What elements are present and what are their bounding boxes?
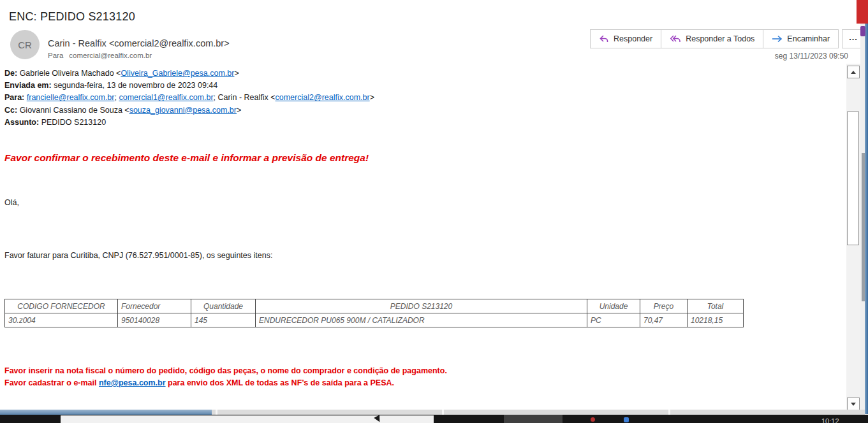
header-line-assunto: Assunto: PEDIDO S213120 bbox=[4, 117, 374, 129]
email-link[interactable]: souza_giovanni@pesa.com.br bbox=[129, 106, 237, 115]
forward-label: Encaminhar bbox=[787, 34, 830, 43]
taskbar-app-button[interactable] bbox=[504, 415, 563, 423]
cell-unidade: PC bbox=[587, 313, 640, 327]
sender-name[interactable]: Carin - Realfix <comercial2@realfix.com.… bbox=[48, 38, 230, 48]
outlook-message-window: ENC: PEDIDO S213120 CR Carin - Realfix <… bbox=[0, 0, 868, 423]
scrollbar-divider bbox=[442, 410, 444, 415]
horizontal-scrollbar[interactable] bbox=[0, 410, 865, 415]
reply-all-label: Responder a Todos bbox=[686, 34, 754, 43]
reply-label: Responder bbox=[614, 34, 652, 43]
ellipsis-icon: ... bbox=[849, 32, 858, 42]
header-line-enviada: Enviada em: segunda-feira, 13 de novembr… bbox=[4, 80, 374, 92]
triangle-down-icon bbox=[851, 403, 856, 406]
horizontal-scrollbar-thumb[interactable] bbox=[0, 410, 212, 415]
col-unidade: Unidade bbox=[587, 299, 640, 313]
message-actions: Responder Responder a Todos Encaminhar bbox=[590, 29, 865, 48]
taskbar-clock[interactable]: 10:12 bbox=[821, 417, 839, 423]
col-total: Total bbox=[688, 299, 744, 313]
to-address[interactable]: comercial@realfix.com.br bbox=[69, 52, 152, 59]
col-pedido: PEDIDO S213120 bbox=[256, 299, 587, 313]
taskbar-red-icon[interactable] bbox=[591, 417, 595, 422]
text-segment: ; Carin - Realfix < bbox=[214, 93, 276, 102]
window-border-blue bbox=[865, 0, 868, 414]
text-segment: Enviada em: bbox=[4, 81, 54, 90]
scroll-down-button[interactable] bbox=[847, 398, 860, 410]
col-preco: Preço bbox=[640, 299, 688, 313]
header-line-cc: Cc: Giovanni Cassiano de Souza <souza_gi… bbox=[4, 104, 374, 117]
header-line-de: De: Gabriele Oliveira Machado <Oliveira_… bbox=[4, 68, 374, 80]
email-link[interactable]: comercial1@realfix.com.br bbox=[119, 93, 213, 102]
cell-codigo-fornecedor: 30.z004 bbox=[5, 313, 118, 327]
sender-avatar[interactable]: CR bbox=[10, 30, 40, 59]
vertical-scrollbar[interactable] bbox=[846, 64, 860, 412]
cell-preco: 70,47 bbox=[640, 313, 688, 327]
forward-button[interactable]: Encaminhar bbox=[763, 29, 839, 48]
email-link[interactable]: nfe@pesa.com.br bbox=[99, 378, 166, 387]
scroll-up-button[interactable] bbox=[847, 66, 860, 78]
cell-pedido-descricao: ENDURECEDOR PU065 900M / CATALIZADOR bbox=[256, 313, 587, 327]
background-close-button[interactable] bbox=[857, 0, 868, 24]
order-table-header-row: CODIGO FORNECEDOR Fornecedor Quantidade … bbox=[5, 299, 744, 313]
footer-notes: Favor inserir na nota fiscal o número do… bbox=[4, 365, 447, 389]
billing-instruction: Favor faturar para Curitiba, CNPJ (76.52… bbox=[4, 251, 272, 260]
vertical-scrollbar-thumb[interactable] bbox=[847, 111, 859, 245]
text-segment: > bbox=[237, 106, 241, 115]
scrollbar-divider bbox=[668, 410, 670, 415]
cell-total: 10218,15 bbox=[688, 313, 744, 327]
order-table: CODIGO FORNECEDOR Fornecedor Quantidade … bbox=[4, 299, 744, 327]
text-segment: segunda-feira, 13 de novembro de 2023 09… bbox=[54, 81, 217, 90]
background-icon-fragment bbox=[860, 26, 865, 36]
text-segment: > bbox=[370, 93, 374, 102]
footer-note-2: Favor cadastrar o e-mail nfe@pesa.com.br… bbox=[4, 377, 447, 389]
text-segment: PEDIDO S213120 bbox=[41, 118, 106, 127]
reply-icon bbox=[599, 34, 609, 43]
col-codigo-fornecedor: CODIGO FORNECEDOR bbox=[5, 299, 118, 313]
text-segment: Gabriele Oliveira Machado < bbox=[20, 69, 121, 78]
footer-note-1: Favor inserir na nota fiscal o número do… bbox=[4, 365, 447, 377]
taskbar-blue-icon[interactable] bbox=[624, 417, 629, 422]
taskbar: 10:12 bbox=[0, 415, 868, 423]
to-label: Para bbox=[48, 52, 63, 59]
recipient-line: Paracomercial@realfix.com.br bbox=[48, 52, 152, 59]
greeting-text: Olá, bbox=[4, 198, 19, 207]
header-line-para: Para: francielle@realfix.com.br; comerci… bbox=[4, 92, 374, 104]
cell-quantidade: 145 bbox=[191, 313, 256, 327]
email-headers: De: Gabriele Oliveira Machado <Oliveira_… bbox=[4, 68, 374, 129]
received-timestamp: seg 13/11/2023 09:50 bbox=[775, 52, 848, 61]
email-link[interactable]: francielle@realfix.com.br bbox=[27, 93, 115, 102]
email-link[interactable]: comercial2@realfix.com.br bbox=[276, 93, 370, 102]
reply-all-button[interactable]: Responder a Todos bbox=[661, 29, 763, 48]
cell-fornecedor: 950140028 bbox=[118, 313, 191, 327]
message-subject: ENC: PEDIDO S213120 bbox=[9, 10, 135, 24]
text-segment: Giovanni Cassiano de Souza < bbox=[20, 106, 129, 115]
text-segment: > bbox=[234, 69, 239, 78]
text-segment: Para: bbox=[4, 93, 27, 102]
scrollbar-divider bbox=[216, 410, 217, 415]
text-segment: Assunto: bbox=[4, 118, 41, 127]
text-segment: Cc: bbox=[4, 106, 20, 115]
order-table-row: 30.z004 950140028 145 ENDURECEDOR PU065 … bbox=[5, 313, 744, 327]
email-link[interactable]: Oliveira_Gabriele@pesa.com.br bbox=[121, 69, 234, 78]
reply-button[interactable]: Responder bbox=[590, 29, 661, 48]
text-segment: Favor cadastrar o e-mail bbox=[4, 378, 99, 387]
text-segment: para envio dos XML de todas as NF’s de s… bbox=[166, 378, 394, 387]
avatar-initials: CR bbox=[18, 39, 32, 50]
confirmation-notice: Favor confirmar o recebimento deste e-ma… bbox=[4, 152, 369, 164]
triangle-up-icon bbox=[851, 71, 856, 74]
col-fornecedor: Fornecedor bbox=[118, 299, 191, 313]
reply-all-icon bbox=[670, 34, 681, 43]
col-quantidade: Quantidade bbox=[191, 299, 256, 313]
text-segment: De: bbox=[4, 69, 20, 78]
forward-icon bbox=[772, 35, 783, 43]
